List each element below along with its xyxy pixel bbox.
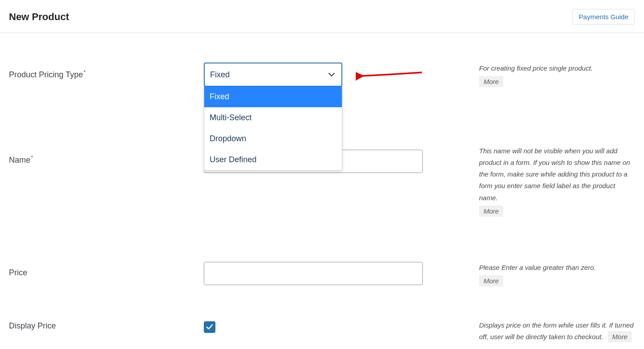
pricing-type-selected-value: Fixed bbox=[210, 70, 230, 80]
price-input-col bbox=[204, 262, 426, 285]
field-row-display-price: Display Price Displays price on the form… bbox=[9, 287, 635, 343]
name-more-button[interactable]: More bbox=[479, 206, 503, 217]
price-input[interactable] bbox=[204, 262, 423, 285]
price-help-text: Please Enter a value greater than zero. bbox=[479, 262, 635, 273]
pricing-type-more-button[interactable]: More bbox=[479, 76, 503, 87]
name-label-text: Name bbox=[9, 156, 30, 164]
chevron-down-icon bbox=[328, 71, 335, 78]
page-title: New Product bbox=[9, 11, 69, 23]
field-row-pricing-type: Product Pricing Type* Fixed Fixed Multi-… bbox=[9, 33, 635, 88]
payments-guide-button[interactable]: Payments Guide bbox=[572, 9, 635, 25]
pricing-type-label-text: Product Pricing Type bbox=[9, 70, 83, 79]
pricing-type-select-wrapper: Fixed Fixed Multi-Select Dropdown User D… bbox=[204, 63, 342, 87]
form-container: Product Pricing Type* Fixed Fixed Multi-… bbox=[0, 33, 644, 343]
pricing-type-input-col: Fixed Fixed Multi-Select Dropdown User D… bbox=[204, 63, 426, 87]
arrow-annotation bbox=[356, 70, 423, 84]
display-price-input-col bbox=[204, 320, 426, 333]
pricing-type-help: For creating fixed price single product.… bbox=[426, 63, 635, 88]
display-price-help: Displays price on the form while user fi… bbox=[426, 320, 635, 343]
check-icon bbox=[206, 323, 214, 331]
display-price-checkbox[interactable] bbox=[204, 321, 215, 333]
name-help-text: This name will not be visible when you w… bbox=[479, 145, 635, 204]
name-help: This name will not be visible when you w… bbox=[426, 145, 635, 218]
name-label: Name* bbox=[9, 145, 204, 165]
dropdown-option-fixed[interactable]: Fixed bbox=[204, 86, 342, 107]
pricing-type-dropdown: Fixed Multi-Select Dropdown User Defined bbox=[204, 86, 342, 171]
price-label: Price bbox=[9, 262, 204, 278]
dropdown-option-multi-select[interactable]: Multi-Select bbox=[204, 107, 342, 128]
required-asterisk: * bbox=[31, 154, 33, 161]
pricing-type-help-text: For creating fixed price single product. bbox=[479, 63, 635, 74]
display-price-label: Display Price bbox=[9, 320, 204, 331]
pricing-type-select[interactable]: Fixed bbox=[204, 63, 342, 87]
price-more-button[interactable]: More bbox=[479, 275, 503, 286]
required-asterisk: * bbox=[84, 69, 86, 76]
dropdown-option-user-defined[interactable]: User Defined bbox=[204, 149, 342, 170]
page-header: New Product Payments Guide bbox=[0, 0, 644, 33]
display-price-more-button[interactable]: More bbox=[608, 331, 632, 342]
dropdown-option-dropdown[interactable]: Dropdown bbox=[204, 128, 342, 149]
field-row-price: Price Please Enter a value greater than … bbox=[9, 217, 635, 287]
price-help: Please Enter a value greater than zero. … bbox=[426, 262, 635, 287]
pricing-type-label: Product Pricing Type* bbox=[9, 63, 204, 80]
